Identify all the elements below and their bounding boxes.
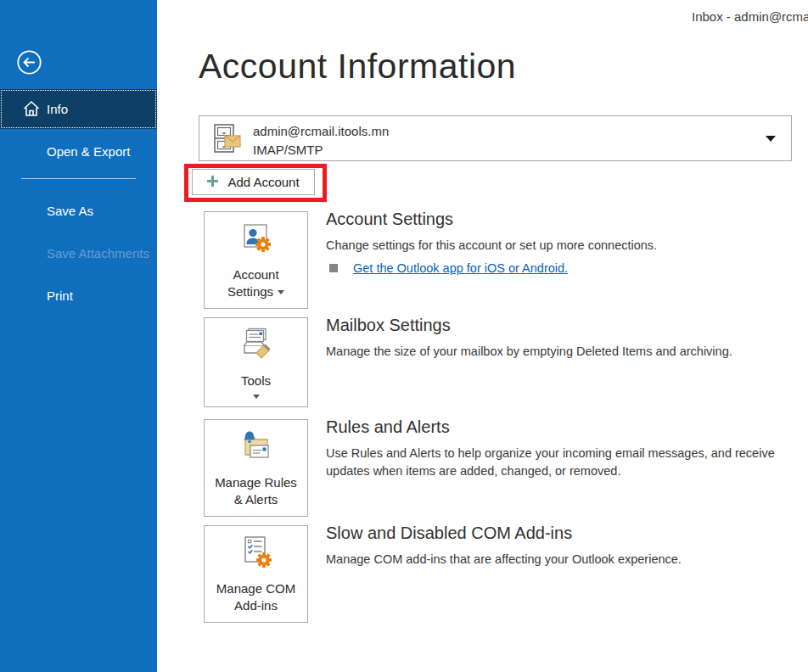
page-title: Account Information	[199, 47, 516, 87]
chevron-down-icon	[766, 136, 776, 142]
tile-label: Account Settings	[210, 266, 302, 300]
sidebar-item-info[interactable]: Info	[0, 89, 157, 129]
section-text: Account Settings Change settings for thi…	[326, 211, 792, 309]
dropdown-caret-icon	[253, 395, 260, 399]
section-description: Change settings for this account or set …	[326, 237, 792, 255]
mail-account-icon	[210, 122, 244, 160]
section-description: Manage COM add-ins that are affecting yo…	[326, 551, 792, 568]
add-account-button[interactable]: Add Account	[192, 169, 315, 195]
section-heading: Account Settings	[326, 210, 792, 229]
mailbox-tools-icon	[238, 327, 275, 367]
tile-label: Manage COM Add-ins	[210, 580, 302, 614]
section-heading: Mailbox Settings	[326, 316, 792, 335]
bullet-square-icon	[329, 264, 338, 272]
account-settings-icon	[238, 221, 275, 261]
rules-alerts-icon	[238, 428, 275, 469]
sidebar-item-label: Save Attachments	[47, 246, 149, 260]
tile-label: Manage Rules & Alerts	[210, 474, 302, 508]
com-addins-icon	[238, 535, 275, 575]
add-account-label: Add Account	[227, 175, 299, 189]
get-outlook-app-link[interactable]: Get the Outlook app for iOS or Android.	[353, 261, 568, 275]
backstage-sidebar: Info Open & Export Save As Save Attachme…	[0, 0, 157, 672]
sidebar-item-label: Print	[47, 288, 73, 303]
account-protocol: IMAP/SMTP	[253, 143, 323, 157]
section-rules-alerts: Manage Rules & Alerts Rules and Alerts U…	[204, 419, 792, 517]
manage-com-addins-button[interactable]: Manage COM Add-ins	[204, 525, 308, 623]
outlook-app-link-row: Get the Outlook app for iOS or Android.	[326, 261, 792, 275]
home-icon	[22, 99, 41, 120]
sidebar-item-label: Save As	[47, 204, 93, 218]
section-text: Slow and Disabled COM Add-ins Manage COM…	[326, 525, 792, 623]
section-com-addins: Manage COM Add-ins Slow and Disabled COM…	[204, 525, 792, 623]
tile-label: Tools	[241, 372, 271, 389]
section-text: Rules and Alerts Use Rules and Alerts to…	[326, 419, 792, 517]
section-mailbox-settings: Tools Mailbox Settings Manage the size o…	[204, 317, 792, 407]
tools-button[interactable]: Tools	[204, 317, 308, 407]
manage-rules-alerts-button[interactable]: Manage Rules & Alerts	[204, 419, 308, 517]
sidebar-item-label: Open & Export	[47, 144, 130, 159]
section-description: Use Rules and Alerts to help organize yo…	[326, 445, 792, 480]
sidebar-item-open-export[interactable]: Open & Export	[0, 137, 157, 165]
section-description: Manage the size of your mailbox by empty…	[326, 343, 792, 361]
section-heading: Slow and Disabled COM Add-ins	[326, 524, 792, 543]
sidebar-item-print[interactable]: Print	[0, 282, 157, 309]
section-text: Mailbox Settings Manage the size of your…	[326, 317, 792, 407]
sidebar-item-save-as[interactable]: Save As	[0, 197, 157, 224]
sidebar-divider	[21, 178, 136, 179]
plus-icon	[207, 175, 218, 189]
account-dropdown[interactable]: admin@rcmail.itools.mn IMAP/SMTP	[199, 115, 792, 161]
section-heading: Rules and Alerts	[326, 417, 792, 437]
dropdown-caret-icon	[278, 290, 284, 294]
section-account-settings: Account Settings Account Settings Change…	[204, 211, 792, 309]
sidebar-item-save-attachments: Save Attachments	[0, 239, 157, 266]
window-title: Inbox - admin@rcma	[692, 9, 808, 24]
back-button[interactable]	[16, 49, 42, 76]
back-arrow-icon	[16, 64, 42, 78]
outlook-backstage-window: Inbox - admin@rcma Info Open & Expo	[0, 0, 808, 672]
account-email: admin@rcmail.itools.mn	[253, 124, 389, 138]
sidebar-item-label: Info	[47, 102, 68, 116]
account-settings-button[interactable]: Account Settings	[204, 211, 308, 309]
